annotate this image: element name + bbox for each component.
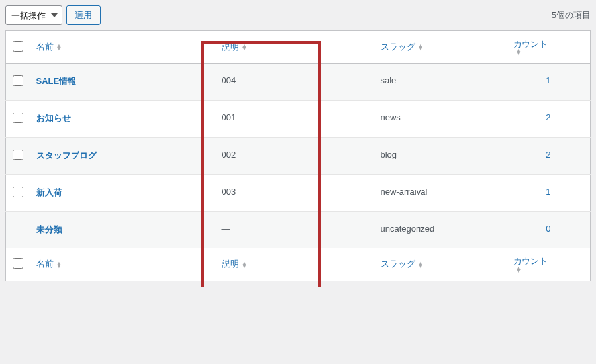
bulk-action-select[interactable]: 一括操作 <box>5 5 62 25</box>
row-name-link[interactable]: 未分類 <box>36 224 62 234</box>
row-count-cell: 2 <box>507 138 591 175</box>
sort-icon: ▲▼ <box>418 262 424 268</box>
row-description-cell: — <box>215 212 374 248</box>
table-row: お知らせ001news2 <box>6 101 591 138</box>
name-column-footer[interactable]: 名前▲▼ <box>30 248 215 281</box>
select-all-checkbox-footer[interactable] <box>13 258 23 269</box>
name-column-label: 名前 <box>36 42 54 52</box>
table-footer-row: 名前▲▼ 説明▲▼ スラッグ▲▼ カウント▲▼ <box>6 248 591 281</box>
row-count-link[interactable]: 2 <box>546 150 550 159</box>
row-name-cell: スタッフブログ <box>30 138 215 175</box>
row-count-link[interactable]: 2 <box>546 113 550 122</box>
table-wrapper: 名前▲▼ 説明▲▼ スラッグ▲▼ カウント▲▼ SALE情報004sale1お知… <box>5 30 591 281</box>
description-column-footer[interactable]: 説明▲▼ <box>215 248 374 281</box>
select-all-header <box>6 31 30 64</box>
row-checkbox[interactable] <box>13 75 23 86</box>
row-count-cell: 1 <box>507 64 591 101</box>
row-count-cell: 1 <box>507 175 591 212</box>
sort-icon: ▲▼ <box>516 49 522 55</box>
slug-column-label: スラッグ <box>381 259 415 269</box>
row-name-link[interactable]: 新入荷 <box>36 187 62 197</box>
row-checkbox-cell <box>6 64 30 101</box>
row-description-cell: 003 <box>215 175 374 212</box>
row-checkbox[interactable] <box>13 150 23 160</box>
row-checkbox-cell <box>6 101 30 138</box>
row-name-cell: 未分類 <box>30 212 215 248</box>
row-slug-cell: uncategorized <box>374 212 507 248</box>
slug-column-label: スラッグ <box>381 42 415 52</box>
sort-icon: ▲▼ <box>242 262 248 268</box>
description-column-header[interactable]: 説明▲▼ <box>215 31 374 64</box>
row-count-cell: 2 <box>507 101 591 138</box>
row-name-cell: お知らせ <box>30 101 215 138</box>
row-checkbox[interactable] <box>13 187 23 197</box>
select-all-footer <box>6 248 30 281</box>
sort-icon: ▲▼ <box>56 44 62 50</box>
row-slug-cell: news <box>374 101 507 138</box>
count-column-footer[interactable]: カウント▲▼ <box>507 248 591 281</box>
table-row: スタッフブログ002blog2 <box>6 138 591 175</box>
item-count: 5個の項目 <box>552 9 591 21</box>
row-description-cell: 004 <box>215 64 374 101</box>
name-column-header[interactable]: 名前▲▼ <box>30 31 215 64</box>
row-slug-cell: sale <box>374 64 507 101</box>
description-column-label: 説明 <box>222 42 239 52</box>
sort-icon: ▲▼ <box>56 262 62 268</box>
row-count-link[interactable]: 1 <box>546 187 550 197</box>
row-count-link[interactable]: 1 <box>546 75 550 85</box>
row-name-cell: SALE情報 <box>30 64 215 101</box>
row-checkbox-cell <box>6 212 30 248</box>
row-checkbox-cell <box>6 138 30 175</box>
table-row: 新入荷003new-arraival1 <box>6 175 591 212</box>
categories-table: 名前▲▼ 説明▲▼ スラッグ▲▼ カウント▲▼ SALE情報004sale1お知… <box>5 30 591 281</box>
sort-icon: ▲▼ <box>418 44 424 50</box>
table-header-row: 名前▲▼ 説明▲▼ スラッグ▲▼ カウント▲▼ <box>6 31 591 64</box>
row-name-cell: 新入荷 <box>30 175 215 212</box>
table-row: SALE情報004sale1 <box>6 64 591 101</box>
count-column-header[interactable]: カウント▲▼ <box>507 31 591 64</box>
row-name-link[interactable]: お知らせ <box>36 113 71 123</box>
toolbar: 一括操作 適用 5個の項目 <box>5 5 591 25</box>
row-checkbox-cell <box>6 175 30 212</box>
sort-icon: ▲▼ <box>516 267 522 273</box>
slug-column-footer[interactable]: スラッグ▲▼ <box>374 248 507 281</box>
sort-icon: ▲▼ <box>242 44 248 50</box>
table-row: 未分類—uncategorized0 <box>6 212 591 248</box>
row-name-link[interactable]: スタッフブログ <box>36 150 97 160</box>
slug-column-header[interactable]: スラッグ▲▼ <box>374 31 507 64</box>
toolbar-left: 一括操作 適用 <box>5 5 101 25</box>
row-slug-cell: new-arraival <box>374 175 507 212</box>
row-description-cell: 001 <box>215 101 374 138</box>
row-slug-cell: blog <box>374 138 507 175</box>
row-count-link[interactable]: 0 <box>546 224 550 234</box>
select-all-checkbox[interactable] <box>13 41 23 52</box>
row-name-link[interactable]: SALE情報 <box>36 76 77 86</box>
row-description-cell: 002 <box>215 138 374 175</box>
description-column-label: 説明 <box>222 259 239 269</box>
name-column-label: 名前 <box>36 259 54 269</box>
apply-button[interactable]: 適用 <box>66 5 101 25</box>
row-checkbox[interactable] <box>13 113 23 123</box>
row-count-cell: 0 <box>507 212 591 248</box>
